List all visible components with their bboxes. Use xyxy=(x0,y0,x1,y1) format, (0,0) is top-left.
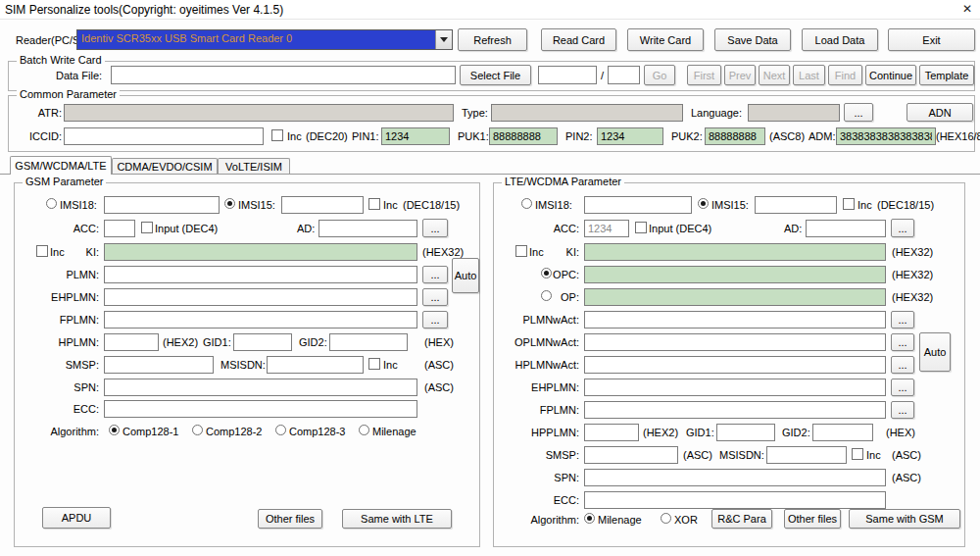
gsm-hplmn-input[interactable] xyxy=(104,333,159,351)
tab-cdma-evdo-csim[interactable]: CDMA/EVDO/CSIM xyxy=(112,158,218,174)
lte-algo-xor-radio[interactable] xyxy=(661,513,671,524)
gsm-algo-comp128-3-radio[interactable] xyxy=(275,425,286,435)
lte-gid1-input[interactable] xyxy=(716,424,775,441)
gsm-plmn-browse-button[interactable]: ... xyxy=(422,266,448,283)
lte-spn-input[interactable] xyxy=(584,469,886,486)
lte-imsi-inc-checkbox[interactable] xyxy=(843,198,855,210)
lte-algo-milenage-radio[interactable] xyxy=(584,513,595,524)
gsm-smsp-input[interactable] xyxy=(104,356,214,374)
gsm-msisdn-inc-checkbox[interactable] xyxy=(368,358,380,370)
lte-hplmnwact-input[interactable] xyxy=(584,356,886,374)
lte-msisdn-inc-checkbox[interactable] xyxy=(852,448,863,460)
gsm-spn-input[interactable] xyxy=(104,379,417,396)
gsm-imsi15-input[interactable] xyxy=(281,196,364,214)
lte-gid2-input[interactable] xyxy=(812,424,873,441)
pin2-input[interactable] xyxy=(597,127,663,145)
lte-opc-input[interactable] xyxy=(584,266,886,283)
gsm-ad-input[interactable] xyxy=(318,220,417,237)
chevron-down-icon[interactable] xyxy=(435,30,452,49)
gsm-fplmn-browse-button[interactable]: ... xyxy=(422,311,448,329)
lte-oplmnwact-input[interactable] xyxy=(584,333,886,351)
lte-acc-input-checkbox[interactable] xyxy=(635,222,647,233)
gsm-ehplmn-input[interactable] xyxy=(104,288,417,306)
adn-button[interactable]: ADN xyxy=(906,103,973,122)
page-total-input[interactable] xyxy=(608,66,640,84)
exit-button[interactable]: Exit xyxy=(888,28,975,51)
lte-acc-input[interactable] xyxy=(584,220,629,237)
read-card-button[interactable]: Read Card xyxy=(541,28,616,51)
gsm-algo-comp128-2-radio[interactable] xyxy=(192,425,203,435)
gsm-acc-input-checkbox[interactable] xyxy=(141,222,153,233)
gsm-other-files-button[interactable]: Other files xyxy=(258,509,322,529)
continue-button[interactable]: Continue xyxy=(865,65,916,85)
lte-oplmnwact-browse-button[interactable]: ... xyxy=(891,333,914,351)
tab-gsm-wcdma-lte[interactable]: GSM/WCDMA/LTE xyxy=(10,156,112,175)
lte-imsi18-input[interactable] xyxy=(584,196,692,214)
close-icon[interactable]: ✕ xyxy=(962,2,972,16)
lte-smsp-input[interactable] xyxy=(584,446,678,464)
gsm-acc-input[interactable] xyxy=(104,220,135,237)
lte-imsi18-radio[interactable] xyxy=(521,198,532,209)
lte-ki-input[interactable] xyxy=(584,243,886,261)
lte-op-radio[interactable] xyxy=(541,290,552,301)
gsm-ki-inc-checkbox[interactable] xyxy=(36,245,48,257)
language-browse-button[interactable]: ... xyxy=(844,103,873,122)
lte-imsi15-radio[interactable] xyxy=(698,198,709,209)
lte-ad-browse-button[interactable]: ... xyxy=(891,219,914,237)
lte-op-input[interactable] xyxy=(584,288,886,306)
tab-volte-isim[interactable]: VoLTE/ISIM xyxy=(218,158,290,174)
rc-para-button[interactable]: R&C Para xyxy=(711,509,772,529)
page-current-input[interactable] xyxy=(538,66,597,84)
refresh-button[interactable]: Refresh xyxy=(458,28,527,51)
lte-ki-label: KI: xyxy=(555,246,579,259)
lte-ecc-input[interactable] xyxy=(584,491,886,509)
puk1-input[interactable] xyxy=(489,127,558,145)
apdu-button[interactable]: APDU xyxy=(42,507,111,529)
lte-ki-inc-checkbox[interactable] xyxy=(515,245,527,257)
gsm-fplmn-input[interactable] xyxy=(104,311,417,329)
gsm-imsi15-radio[interactable] xyxy=(224,198,235,209)
select-file-button[interactable]: Select File xyxy=(460,65,531,85)
lte-other-files-button[interactable]: Other files xyxy=(784,509,841,529)
save-data-button[interactable]: Save Data xyxy=(714,28,791,51)
gsm-gid1-input[interactable] xyxy=(233,333,292,351)
gsm-ki-input[interactable] xyxy=(104,243,417,261)
gsm-algo-comp128-1-radio[interactable] xyxy=(109,425,120,435)
gsm-ehplmn-browse-button[interactable]: ... xyxy=(422,288,448,306)
lte-msisdn-input[interactable] xyxy=(766,446,847,464)
lte-plmnwact-input[interactable] xyxy=(584,311,886,329)
lte-hpplmn-input[interactable] xyxy=(584,424,639,441)
same-with-gsm-button[interactable]: Same with GSM xyxy=(849,509,960,529)
lte-ehplmn-input[interactable] xyxy=(584,379,886,396)
lte-plmnwact-browse-button[interactable]: ... xyxy=(891,311,914,329)
reader-select[interactable]: Identiv SCR35xx USB Smart Card Reader 0 xyxy=(76,29,453,50)
adm-input[interactable] xyxy=(836,127,936,145)
gsm-msisdn-input[interactable] xyxy=(267,356,364,374)
iccid-inc-checkbox[interactable] xyxy=(271,129,283,141)
gsm-gid2-input[interactable] xyxy=(329,333,408,351)
lte-hplmnwact-browse-button[interactable]: ... xyxy=(891,356,914,374)
lte-ad-input[interactable] xyxy=(806,220,886,237)
gsm-imsi-inc-checkbox[interactable] xyxy=(368,198,380,210)
lte-opc-radio[interactable] xyxy=(541,268,552,278)
same-with-lte-button[interactable]: Same with LTE xyxy=(342,509,452,529)
pin1-input[interactable] xyxy=(381,127,450,145)
puk2-input[interactable] xyxy=(705,127,765,145)
gsm-plmn-input[interactable] xyxy=(104,266,417,283)
lte-ehplmn-browse-button[interactable]: ... xyxy=(891,379,914,396)
lte-fplmn-input[interactable] xyxy=(584,401,886,419)
gsm-imsi18-input[interactable] xyxy=(104,196,220,214)
gsm-imsi18-radio[interactable] xyxy=(46,198,57,209)
lte-imsi15-input[interactable] xyxy=(755,196,837,214)
template-button[interactable]: Template xyxy=(919,65,974,85)
lte-fplmn-browse-button[interactable]: ... xyxy=(891,401,914,419)
iccid-input[interactable] xyxy=(64,127,264,145)
gsm-ad-browse-button[interactable]: ... xyxy=(422,219,448,237)
gsm-algo-milenage-radio[interactable] xyxy=(359,425,369,435)
lte-auto-button[interactable]: Auto xyxy=(919,332,951,372)
load-data-button[interactable]: Load Data xyxy=(802,28,878,51)
gsm-ecc-input[interactable] xyxy=(104,400,417,418)
gsm-auto-button[interactable]: Auto xyxy=(452,258,479,293)
write-card-button[interactable]: Write Card xyxy=(627,28,704,51)
data-file-input[interactable] xyxy=(111,66,456,84)
